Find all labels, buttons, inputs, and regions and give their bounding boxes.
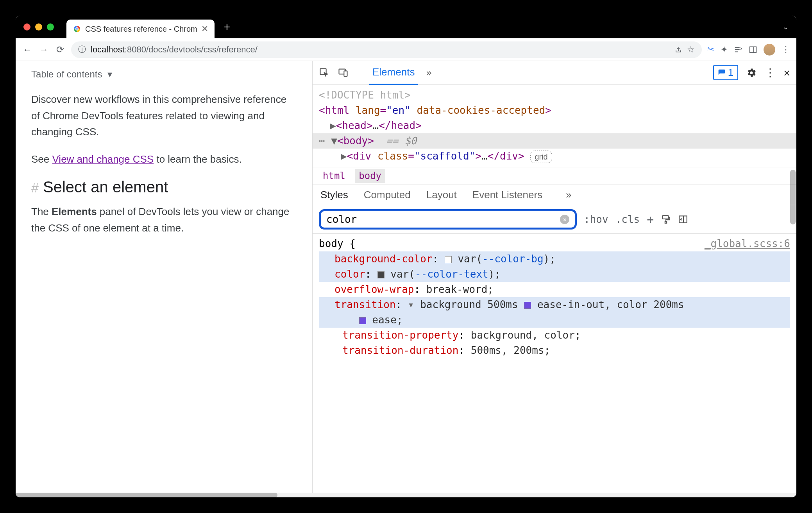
rule-selector-row[interactable]: body { _global.scss:6 <box>319 236 790 251</box>
styles-filter-row: ✕ :hov .cls + <box>313 205 796 234</box>
close-devtools-button[interactable]: ✕ <box>783 66 790 79</box>
styles-filter-input[interactable] <box>326 213 560 225</box>
reload-button[interactable]: ⟳ <box>55 44 66 55</box>
clear-filter-button[interactable]: ✕ <box>560 215 569 224</box>
hash-icon: # <box>31 180 39 195</box>
svg-rect-6 <box>665 221 667 223</box>
intro-paragraph: Discover new workflows in this comprehen… <box>31 91 297 140</box>
rule-source-link[interactable]: _global.scss:6 <box>705 236 790 251</box>
chrome-favicon-icon <box>73 25 81 33</box>
chevron-down-icon: ▾ <box>107 69 112 80</box>
html-node[interactable]: <html lang="en" data-cookies-accepted> <box>319 103 790 118</box>
more-tabs-button[interactable]: » <box>426 67 432 79</box>
issues-badge[interactable]: 1 <box>713 65 738 80</box>
style-rules: body { _global.scss:6 background-color: … <box>313 234 796 361</box>
bookmark-icon[interactable]: ☆ <box>687 45 695 55</box>
tab-title: CSS features reference - Chrom <box>85 25 197 34</box>
section-heading: # Select an element <box>31 178 297 196</box>
prop-overflow-wrap[interactable]: overflow-wrap: break-word; <box>319 282 790 297</box>
svg-rect-4 <box>344 71 347 76</box>
more-styles-tabs-button[interactable]: » <box>566 189 571 201</box>
svg-rect-5 <box>663 215 669 219</box>
new-tab-button[interactable]: + <box>219 21 235 33</box>
tab-elements[interactable]: Elements <box>369 61 418 85</box>
inspect-element-button[interactable] <box>319 67 330 78</box>
head-node[interactable]: ▶<head>…</head> <box>319 118 790 133</box>
address-bar: ← → ⟳ ⓘ localhost:8080/docs/devtools/css… <box>16 38 796 61</box>
doctype-node: <!DOCTYPE html> <box>319 88 790 103</box>
dom-scrollbar[interactable] <box>790 170 796 224</box>
bezier-swatch-icon[interactable] <box>524 302 531 309</box>
content-area: Table of contents ▾ Discover new workflo… <box>16 61 796 493</box>
devtools-toolbar: Elements » 1 ⋮ ✕ <box>313 61 796 84</box>
table-of-contents-toggle[interactable]: Table of contents ▾ <box>31 69 297 80</box>
styles-tab-bar: Styles Computed Layout Event Listeners » <box>313 185 796 205</box>
grid-badge[interactable]: grid <box>530 151 552 163</box>
dom-tree[interactable]: <!DOCTYPE html> <html lang="en" data-coo… <box>313 84 796 167</box>
share-icon[interactable] <box>674 46 682 54</box>
reading-list-icon[interactable] <box>734 45 742 54</box>
tabs-menu-button[interactable]: ⌄ <box>783 23 789 31</box>
cls-button[interactable]: .cls <box>615 213 640 225</box>
tab-layout[interactable]: Layout <box>426 189 457 201</box>
url-text: localhost:8080/docs/devtools/css/referen… <box>91 45 258 55</box>
scissors-icon[interactable]: ✂ <box>707 45 714 55</box>
back-button[interactable]: ← <box>22 44 33 55</box>
horizontal-scrollbar[interactable] <box>16 493 796 497</box>
color-swatch-icon[interactable] <box>445 256 452 263</box>
profile-avatar[interactable] <box>764 44 775 56</box>
forward-button[interactable]: → <box>38 44 49 55</box>
devtools-panel: Elements » 1 ⋮ ✕ <!DOCTYPE html> <html l… <box>313 61 796 493</box>
url-input[interactable]: ⓘ localhost:8080/docs/devtools/css/refer… <box>71 41 702 58</box>
prop-transition-duration[interactable]: transition-duration: 500ms, 200ms; <box>319 343 790 358</box>
prop-transition-property[interactable]: transition-property: background, color; <box>319 328 790 343</box>
tab-styles[interactable]: Styles <box>320 189 348 201</box>
paint-icon[interactable] <box>661 214 671 224</box>
prop-color[interactable]: color: var(--color-text); <box>319 267 790 282</box>
device-toolbar-button[interactable] <box>338 67 349 78</box>
view-change-css-link[interactable]: View and change CSS <box>52 153 154 165</box>
browser-tab[interactable]: CSS features reference - Chrom ✕ <box>66 20 215 38</box>
div-scaffold-node[interactable]: ▶<div class="scaffold">…</div> grid <box>319 149 790 164</box>
maximize-window-button[interactable] <box>47 23 54 30</box>
tab-computed[interactable]: Computed <box>364 189 411 201</box>
extensions-icon[interactable]: ✦ <box>721 45 728 55</box>
page-content: Table of contents ▾ Discover new workflo… <box>16 61 313 493</box>
settings-button[interactable] <box>746 67 757 78</box>
prop-background-color[interactable]: background-color: var(--color-bg); <box>319 251 790 267</box>
browser-menu-button[interactable]: ⋮ <box>782 45 790 55</box>
toc-label: Table of contents <box>31 69 102 80</box>
see-also-paragraph: See View and change CSS to learn the bas… <box>31 151 297 168</box>
devtools-menu-button[interactable]: ⋮ <box>765 66 776 79</box>
crumb-body[interactable]: body <box>355 169 385 183</box>
computed-sidebar-toggle[interactable] <box>678 214 688 224</box>
close-tab-button[interactable]: ✕ <box>201 24 208 34</box>
window-controls <box>23 23 54 30</box>
breadcrumb: html body <box>313 167 796 185</box>
site-info-icon[interactable]: ⓘ <box>78 44 86 55</box>
prop-transition[interactable]: transition: ▾ background 500ms ease-in-o… <box>319 297 790 328</box>
minimize-window-button[interactable] <box>35 23 42 30</box>
hov-button[interactable]: :hov <box>584 213 608 225</box>
browser-window: CSS features reference - Chrom ✕ + ⌄ ← →… <box>16 16 796 497</box>
new-style-rule-button[interactable]: + <box>647 213 654 226</box>
tab-bar: CSS features reference - Chrom ✕ + ⌄ <box>16 16 796 38</box>
crumb-html[interactable]: html <box>319 169 349 183</box>
body-node-selected[interactable]: ⋯ ▼<body> == $0 <box>313 133 796 149</box>
side-panel-icon[interactable] <box>749 45 757 54</box>
close-window-button[interactable] <box>23 23 30 30</box>
svg-rect-0 <box>750 47 757 52</box>
tab-event-listeners[interactable]: Event Listeners <box>472 189 542 201</box>
elements-description: The Elements panel of DevTools lets you … <box>31 204 297 236</box>
rule-selector: body { <box>319 236 356 251</box>
bezier-swatch-icon[interactable] <box>359 317 366 324</box>
styles-filter-input-highlight: ✕ <box>319 209 577 230</box>
color-swatch-icon[interactable] <box>377 271 385 278</box>
